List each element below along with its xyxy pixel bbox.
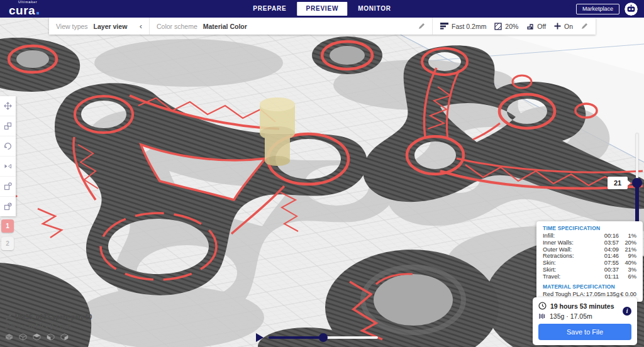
material-name: Red Tough PLA: bbox=[543, 291, 586, 297]
collapse-chevron-icon[interactable]: ‹ bbox=[140, 21, 142, 31]
view-types-dropdown[interactable]: View types Layer view ‹ bbox=[49, 18, 150, 35]
cura-app-window: Ultimaker cura PREPARE PREVIEW MONITOR M… bbox=[0, 0, 644, 347]
clock-icon bbox=[538, 302, 547, 310]
extruder-2-badge[interactable]: 2 bbox=[1, 237, 14, 250]
app-logo: Ultimaker cura bbox=[9, 1, 39, 16]
move-icon bbox=[4, 102, 12, 110]
color-scheme-dropdown[interactable]: Color scheme Material Color bbox=[150, 18, 433, 35]
view-right-icon[interactable] bbox=[60, 333, 69, 341]
support-blocker-button[interactable] bbox=[0, 197, 16, 216]
scale-tool-button[interactable] bbox=[0, 116, 16, 136]
view-types-label: View types bbox=[56, 23, 88, 30]
color-scheme-label: Color scheme bbox=[157, 23, 197, 30]
object-info: UMS5_0033-spare-part-10 305.0 x 204.9 x … bbox=[5, 314, 92, 341]
print-duration-row: 19 hours 53 minutes bbox=[538, 302, 631, 310]
object-name: UMS5_0033-spare-part-10 bbox=[15, 314, 92, 321]
time-specification-panel: TIME SPECIFICATION Infill: 00:16 1% Inne… bbox=[536, 221, 643, 302]
view-toolbar: View types Layer view ‹ Color scheme Mat… bbox=[49, 18, 596, 35]
tab-prepare[interactable]: PREPARE bbox=[242, 0, 297, 18]
view-3d-icon[interactable] bbox=[5, 333, 13, 341]
material-usage-row: 135g · 17.05m bbox=[538, 312, 631, 320]
time-spec-title: TIME SPECIFICATION bbox=[543, 225, 636, 231]
current-layer-flag: 21 bbox=[608, 177, 628, 189]
material-spec-title: MATERIAL SPECIFICATION bbox=[543, 284, 636, 290]
extruder-1-badge[interactable]: 1 bbox=[1, 219, 14, 233]
time-row-skin: Skin: 07:55 40% bbox=[543, 260, 636, 267]
color-scheme-value: Material Color bbox=[203, 23, 247, 30]
marketplace-button[interactable]: Marketplace bbox=[576, 4, 619, 14]
robot-avatar-icon bbox=[625, 3, 638, 16]
support-setting[interactable]: Off bbox=[526, 23, 546, 30]
print-settings-panel[interactable]: Fast 0.2mm 20% Off On bbox=[433, 18, 596, 35]
extruder-badges: 1 2 bbox=[1, 219, 14, 250]
time-row-outer-wall: Outer Wall: 04:09 21% bbox=[543, 246, 636, 253]
view-front-icon[interactable] bbox=[19, 333, 27, 341]
layer-slider-track[interactable] bbox=[636, 133, 638, 184]
topbar-right: Marketplace bbox=[576, 0, 638, 18]
time-row-infill: Infill: 00:16 1% bbox=[543, 233, 636, 240]
time-row-retractions: Retractions: 01:46 9% bbox=[543, 253, 636, 260]
play-button[interactable] bbox=[256, 333, 264, 342]
layer-height-icon bbox=[440, 23, 448, 30]
material-length: 17.05m bbox=[586, 291, 606, 297]
material-cost: € 0.00 bbox=[620, 291, 636, 297]
camera-view-buttons bbox=[5, 333, 92, 341]
material-spool-icon bbox=[538, 312, 546, 320]
material-usage: 135g · 17.05m bbox=[550, 312, 592, 320]
account-avatar[interactable] bbox=[625, 3, 638, 16]
infill-value: 20% bbox=[505, 23, 518, 30]
edit-print-settings-icon[interactable] bbox=[581, 23, 588, 30]
support-value: Off bbox=[537, 23, 546, 30]
print-duration: 19 hours 53 minutes bbox=[550, 302, 614, 310]
time-row-travel: Travel: 01:11 6% bbox=[543, 273, 636, 280]
rotate-tool-button[interactable] bbox=[0, 136, 16, 157]
support-blocker-icon bbox=[4, 202, 12, 211]
time-row-inner-walls: Inner Walls: 03:57 20% bbox=[543, 240, 636, 246]
stage-tabs: PREPARE PREVIEW MONITOR bbox=[242, 0, 402, 18]
mirror-tool-button[interactable] bbox=[0, 157, 16, 177]
sliced-model-top-lobe[interactable] bbox=[312, 36, 382, 74]
job-info-icon[interactable]: i bbox=[623, 307, 631, 316]
sim-slider-handle[interactable] bbox=[319, 333, 328, 342]
view-top-icon[interactable] bbox=[33, 333, 41, 341]
profile-value: Fast 0.2mm bbox=[452, 23, 486, 30]
edit-color-scheme-icon[interactable] bbox=[418, 23, 425, 30]
infill-setting[interactable]: 20% bbox=[494, 23, 518, 30]
layer-slider-top-handle[interactable] bbox=[632, 178, 642, 188]
tab-preview[interactable]: PREVIEW bbox=[297, 2, 347, 16]
adhesion-value: On bbox=[564, 23, 573, 30]
move-tool-button[interactable] bbox=[0, 96, 16, 116]
material-spec-row: Red Tough PLA: 17.05m 135g € 0.00 bbox=[543, 291, 636, 297]
rotate-icon bbox=[4, 142, 12, 150]
object-name-row: UMS5_0033-spare-part-10 bbox=[5, 314, 92, 321]
per-model-settings-icon bbox=[4, 182, 12, 190]
view-left-icon[interactable] bbox=[47, 333, 55, 341]
sim-slider-elapsed[interactable] bbox=[269, 336, 324, 339]
mirror-icon bbox=[4, 162, 12, 170]
logo-dot bbox=[36, 12, 39, 14]
time-row-skirt: Skirt: 00:37 3% bbox=[543, 267, 636, 273]
support-icon bbox=[526, 23, 534, 30]
profile-setting[interactable]: Fast 0.2mm bbox=[440, 23, 486, 30]
tab-monitor[interactable]: MONITOR bbox=[347, 0, 402, 18]
object-dimensions: 305.0 x 204.9 x 8.7 mm bbox=[5, 323, 92, 330]
per-model-settings-button[interactable] bbox=[0, 177, 16, 197]
left-toolbar bbox=[0, 96, 16, 216]
print-job-card: 19 hours 53 minutes i 135g · 17.05m Save… bbox=[533, 297, 637, 345]
material-weight: 135g bbox=[606, 291, 619, 297]
adhesion-icon bbox=[554, 23, 561, 30]
infill-icon bbox=[494, 23, 502, 30]
sim-slider-remaining[interactable] bbox=[324, 336, 378, 339]
adhesion-setting[interactable]: On bbox=[554, 23, 573, 30]
topbar: Ultimaker cura PREPARE PREVIEW MONITOR M… bbox=[0, 0, 644, 18]
prime-tower[interactable] bbox=[260, 97, 295, 166]
scale-icon bbox=[4, 122, 12, 130]
rename-pencil-icon[interactable] bbox=[5, 314, 12, 321]
brand-cura: cura bbox=[9, 4, 35, 17]
view-types-value: Layer view bbox=[94, 23, 128, 30]
save-to-file-button[interactable]: Save to File bbox=[538, 324, 631, 340]
